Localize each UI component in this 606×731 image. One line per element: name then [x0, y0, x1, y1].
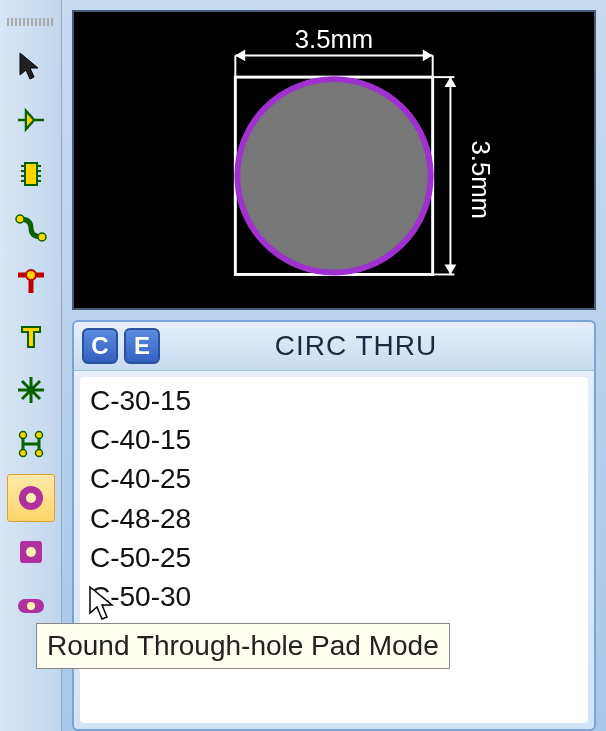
- toolbar-grip: [7, 18, 55, 26]
- square-pad-tool[interactable]: [7, 528, 55, 576]
- trace-tool[interactable]: [7, 204, 55, 252]
- preview-canvas: 3.5mm 3.5mm: [74, 12, 594, 308]
- dim-height-label: 3.5mm: [467, 141, 495, 219]
- text-t-icon: [14, 319, 48, 353]
- svg-point-9: [26, 493, 36, 503]
- svg-point-4: [19, 432, 26, 439]
- left-toolbar: [0, 0, 62, 731]
- tee-icon: [14, 265, 48, 299]
- text-tool[interactable]: [7, 312, 55, 360]
- svg-point-11: [26, 547, 36, 557]
- star-tool[interactable]: [7, 366, 55, 414]
- svg-point-6: [19, 450, 26, 457]
- svg-point-5: [35, 432, 42, 439]
- list-item[interactable]: C-50-25: [86, 538, 582, 577]
- svg-point-2: [38, 233, 46, 241]
- pad-list-panel: C E CIRC THRU C-30-15 C-40-15 C-40-25 C-…: [72, 320, 596, 731]
- tooltip: Round Through-hole Pad Mode: [36, 623, 450, 669]
- dip-tool[interactable]: [7, 150, 55, 198]
- pad-preview: 3.5mm 3.5mm: [72, 10, 596, 310]
- svg-point-13: [27, 602, 35, 610]
- star-icon: [14, 373, 48, 407]
- oblong-pad-icon: [14, 589, 48, 623]
- chip-icon: [14, 157, 48, 191]
- h-icon: [14, 427, 48, 461]
- list-body: C-30-15 C-40-15 C-40-25 C-48-28 C-50-25 …: [80, 377, 588, 723]
- square-pad-icon: [14, 535, 48, 569]
- clone-button[interactable]: C: [82, 328, 118, 364]
- trace-icon: [14, 211, 48, 245]
- round-pad-tool[interactable]: [7, 474, 55, 522]
- svg-point-18: [237, 79, 430, 272]
- svg-point-3: [26, 270, 36, 280]
- svg-point-7: [35, 450, 42, 457]
- tee-tool[interactable]: [7, 258, 55, 306]
- dim-width-label: 3.5mm: [295, 25, 373, 53]
- list-item[interactable]: C-40-25: [86, 459, 582, 498]
- list-item[interactable]: C-30-15: [86, 381, 582, 420]
- gate-icon: [14, 103, 48, 137]
- select-tool[interactable]: [7, 42, 55, 90]
- list-item[interactable]: C-50-30: [86, 577, 582, 616]
- gate-tool[interactable]: [7, 96, 55, 144]
- list-item[interactable]: C-48-28: [86, 499, 582, 538]
- edit-button[interactable]: E: [124, 328, 160, 364]
- svg-point-1: [16, 215, 24, 223]
- svg-rect-0: [25, 163, 37, 185]
- cursor-icon: [14, 49, 48, 83]
- main-panel: 3.5mm 3.5mm C E CIRC THRU C-30-15: [62, 0, 606, 731]
- list-title: CIRC THRU: [166, 330, 586, 362]
- h-tool[interactable]: [7, 420, 55, 468]
- list-header: C E CIRC THRU: [74, 322, 594, 371]
- list-item[interactable]: C-40-15: [86, 420, 582, 459]
- round-pad-icon: [14, 481, 48, 515]
